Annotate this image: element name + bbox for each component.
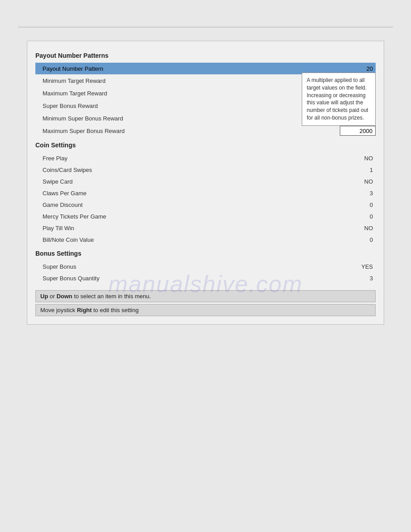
coin-value-0: NO (349, 155, 376, 162)
coin-value-4: 0 (349, 202, 376, 208)
coin-value-1: 1 (349, 167, 376, 173)
hint-box-1: Up or Down to select an item in this men… (35, 290, 376, 302)
payout-input-wrap-5 (340, 126, 376, 136)
hint1-or: or (50, 293, 56, 300)
hint1-bold-down: Down (56, 293, 72, 300)
coin-label-6: Play Till Win (35, 225, 349, 232)
coin-label-2: Swipe Card (35, 178, 349, 185)
bonus-label-0: Super Bonus (35, 263, 349, 270)
coin-row-7: Bill/Note Coin Value 0 (35, 234, 376, 245)
coin-label-7: Bill/Note Coin Value (35, 236, 349, 243)
coin-section-title: Coin Settings (35, 142, 376, 149)
bonus-value-1: 3 (349, 275, 376, 282)
main-panel: Payout Number Patterns Payout Number Pat… (27, 41, 384, 325)
coin-label-1: Coins/Card Swipes (35, 167, 349, 173)
coin-value-7: 0 (349, 236, 376, 243)
payout-section-title: Payout Number Patterns (35, 52, 376, 59)
coin-label-3: Claws Per Game (35, 190, 349, 197)
tooltip-text: A multiplier applied to all target value… (307, 77, 368, 121)
payout-label-0: Payout Number Pattern (35, 65, 349, 72)
coin-value-2: NO (349, 178, 376, 185)
coin-row-2: Swipe Card NO (35, 176, 376, 187)
payout-row-5: Maximum Super Bonus Reward (35, 124, 376, 137)
payout-label-1: Minimum Target Reward (35, 77, 340, 84)
payout-input-5[interactable] (340, 126, 376, 136)
coin-row-0: Free Play NO (35, 152, 376, 164)
hint2-text-end: to edit this setting (93, 307, 138, 313)
coin-row-4: Game Discount 0 (35, 199, 376, 210)
coin-value-6: NO (349, 225, 376, 232)
coin-row-6: Play Till Win NO (35, 222, 376, 234)
payout-value-0: 20 (349, 65, 376, 72)
payout-label-5: Maximum Super Bonus Reward (35, 128, 340, 134)
bonus-value-0: YES (349, 263, 376, 270)
coin-label-4: Game Discount (35, 202, 349, 208)
coin-label-0: Free Play (35, 155, 349, 162)
payout-label-2: Maximum Target Reward (35, 90, 340, 97)
payout-label-4: Minimum Super Bonus Reward (35, 115, 340, 122)
coin-value-5: 0 (349, 213, 376, 220)
top-divider (18, 27, 393, 27)
coin-value-3: 3 (349, 190, 376, 197)
payout-label-3: Super Bonus Reward (35, 103, 340, 109)
hint2-bold-right: Right (77, 307, 92, 313)
hint2-text-start: Move joystick (40, 307, 77, 313)
coin-row-1: Coins/Card Swipes 1 (35, 164, 376, 176)
tooltip-box: A multiplier applied to all target value… (302, 73, 376, 126)
bonus-label-1: Super Bonus Quantity (35, 275, 349, 282)
coin-row-5: Mercy Tickets Per Game 0 (35, 210, 376, 222)
hint1-bold-up: Up (40, 293, 48, 300)
bonus-row-0: Super Bonus YES (35, 261, 376, 272)
coin-label-5: Mercy Tickets Per Game (35, 213, 349, 220)
hint1-text: to select an item in this menu. (74, 293, 151, 300)
hint-box-2: Move joystick Right to edit this setting (35, 304, 376, 316)
bonus-row-1: Super Bonus Quantity 3 (35, 272, 376, 284)
bonus-section-title: Bonus Settings (35, 250, 376, 257)
coin-row-3: Claws Per Game 3 (35, 187, 376, 199)
